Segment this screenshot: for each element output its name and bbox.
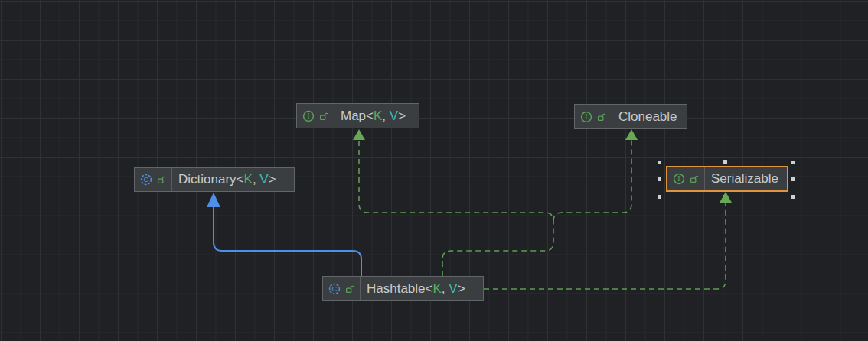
selection-handle-top-right[interactable] (790, 160, 795, 165)
public-visibility-lock-icon (690, 174, 699, 183)
selection-handle-right-middle[interactable] (790, 177, 795, 182)
node-label: Map<K, V> (334, 109, 413, 124)
svg-text:I: I (307, 112, 309, 120)
selection-handle-bottom-middle[interactable] (723, 194, 728, 200)
node-label: Hashtable<K, V> (361, 281, 473, 297)
node-dictionary[interactable]: C Dictionary<K, V> (134, 167, 295, 192)
node-icon-group: C (135, 168, 171, 191)
implements-arrowhead (625, 129, 638, 140)
public-visibility-lock-icon (597, 112, 606, 122)
node-label: Serializable (705, 171, 786, 187)
interface-icon: I (673, 173, 685, 185)
svg-text:C: C (144, 175, 149, 183)
svg-text:I: I (677, 174, 680, 183)
node-label: Cloneable (612, 109, 685, 125)
class-icon: C (140, 174, 152, 186)
public-visibility-lock-icon (345, 284, 354, 294)
node-map[interactable]: I Map<K, V> (296, 103, 419, 128)
node-hashtable[interactable]: C Hashtable<K, V> (322, 276, 484, 301)
selection-handle-bottom-right[interactable] (790, 194, 795, 200)
node-serializable[interactable]: I Serializable (666, 166, 788, 192)
implements-arrowhead (353, 129, 365, 140)
public-visibility-lock-icon (157, 175, 166, 184)
public-visibility-lock-icon (319, 112, 328, 121)
selection-handle-left-middle[interactable] (657, 177, 662, 182)
extends-arrowhead (207, 193, 220, 207)
interface-icon: I (580, 111, 592, 123)
selection-handle-top-left[interactable] (657, 160, 662, 165)
node-icon-group: I (297, 104, 334, 128)
diagram-canvas[interactable]: I Map<K, V> I Cloneable (0, 0, 868, 341)
node-icon-group: I (667, 167, 704, 190)
node-label: Dictionary<K, V> (172, 172, 284, 187)
edge-hashtable-implements-cloneable[interactable] (553, 129, 638, 221)
node-icon-group: I (575, 105, 612, 128)
node-cloneable[interactable]: I Cloneable (574, 104, 687, 129)
edge-hashtable-implements-map[interactable] (353, 129, 553, 276)
node-icon-group: C (323, 277, 360, 300)
svg-text:C: C (332, 284, 338, 293)
selection-handle-top-middle[interactable] (723, 159, 728, 164)
class-icon: C (328, 283, 341, 295)
selection-handle-bottom-left[interactable] (657, 194, 662, 200)
interface-icon: I (302, 110, 315, 122)
edge-hashtable-extends-dictionary[interactable] (207, 193, 361, 276)
edge-hashtable-implements-serializable[interactable] (484, 192, 732, 289)
svg-text:I: I (585, 112, 587, 121)
